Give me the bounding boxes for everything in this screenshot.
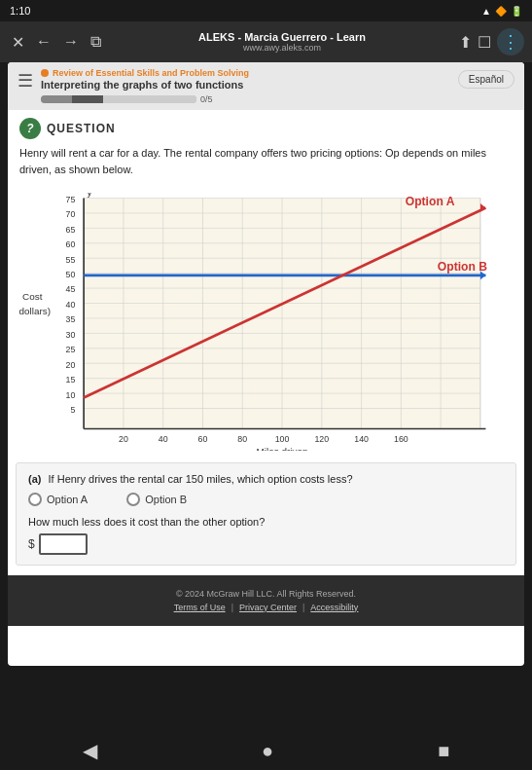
footer: © 2024 McGraw Hill LLC. All Rights Reser…: [8, 575, 524, 626]
more-menu-button[interactable]: ⋮: [497, 28, 524, 55]
footer-sep-1: |: [231, 603, 233, 612]
graph-container: Option B Option A 75 70 65 60 55 50 45 4…: [19, 193, 513, 455]
svg-text:30: 30: [66, 330, 76, 340]
address-bar-area[interactable]: ALEKS - Marcia Guerrero - Learn www.awy.…: [111, 31, 453, 53]
svg-text:40: 40: [159, 434, 168, 444]
svg-text:(in dollars): (in dollars): [19, 306, 51, 316]
svg-text:140: 140: [354, 434, 369, 444]
terms-link[interactable]: Terms of Use: [174, 603, 226, 612]
options-row: Option A Option B: [28, 493, 504, 506]
status-time: 1:10: [10, 5, 30, 17]
progress-empty: [103, 95, 196, 103]
status-dot: [41, 69, 49, 77]
part-a-section: (a) If Henry drives the rental car 150 m…: [16, 462, 516, 566]
svg-text:80: 80: [237, 434, 247, 444]
home-nav-button[interactable]: ●: [262, 740, 273, 762]
footer-sep-2: |: [302, 603, 304, 612]
svg-text:75: 75: [66, 195, 76, 204]
svg-text:40: 40: [66, 300, 76, 310]
espanol-button[interactable]: Español: [458, 70, 514, 89]
option-b-label-text: Option B: [145, 494, 187, 505]
browser-nav-icons: ✕ ← → ⧉: [8, 31, 105, 54]
top-banner: ☰ Review of Essential Skills and Problem…: [8, 62, 524, 110]
option-a-label-text: Option A: [47, 494, 88, 505]
option-b-radio[interactable]: Option B: [126, 493, 187, 506]
banner-text-area: Review of Essential Skills and Problem S…: [41, 68, 450, 104]
svg-text:100: 100: [275, 434, 290, 444]
svg-text:60: 60: [66, 239, 76, 249]
more-dots-icon: ⋮: [502, 31, 519, 53]
battery-icon: 🔋: [511, 6, 522, 17]
svg-text:Cost: Cost: [22, 291, 43, 302]
part-a-question-text: If Henry drives the rental car 150 miles…: [49, 473, 353, 485]
svg-text:20: 20: [66, 360, 76, 370]
svg-text:y: y: [87, 193, 91, 198]
hamburger-icon[interactable]: ☰: [18, 70, 33, 92]
close-icon[interactable]: ✕: [8, 31, 28, 54]
question-text: Henry will rent a car for a day. The ren…: [19, 145, 513, 177]
svg-text:15: 15: [66, 375, 76, 385]
progress-active: [72, 95, 103, 103]
svg-text:10: 10: [66, 390, 76, 400]
recent-nav-button[interactable]: ■: [438, 740, 449, 762]
graph-svg: Option B Option A 75 70 65 60 55 50 45 4…: [19, 193, 513, 451]
svg-text:25: 25: [66, 345, 76, 354]
banner-subtitle: Review of Essential Skills and Problem S…: [53, 68, 249, 78]
svg-text:Miles driven: Miles driven: [257, 446, 308, 451]
accessibility-link[interactable]: Accessibility: [310, 603, 358, 612]
wifi-icon: 🔶: [495, 6, 507, 17]
dollar-sign: $: [28, 537, 35, 551]
privacy-link[interactable]: Privacy Center: [239, 603, 297, 612]
svg-text:45: 45: [66, 284, 76, 294]
svg-text:35: 35: [66, 314, 76, 324]
main-content: Learning Page ☰ Review of Essential Skil…: [8, 62, 524, 666]
svg-text:50: 50: [66, 270, 76, 279]
browser-actions: ⬆ ☐ ⋮: [459, 28, 524, 55]
browser-bar: ✕ ← → ⧉ ALEKS - Marcia Guerrero - Learn …: [0, 21, 532, 62]
answer-input-row: $: [28, 533, 504, 555]
question-icon: ?: [19, 118, 41, 139]
question-section: ? QUESTION Henry will rent a car for a d…: [8, 110, 524, 193]
svg-text:55: 55: [66, 255, 76, 265]
question-header: ? QUESTION: [19, 118, 513, 139]
option-b-radio-circle[interactable]: [126, 493, 140, 506]
progress-done: [41, 95, 72, 103]
option-a-label: Option A: [406, 195, 455, 208]
part-a-label: (a): [28, 473, 41, 485]
footer-links: Terms of Use | Privacy Center | Accessib…: [174, 603, 359, 612]
status-icons: ▲ 🔶 🔋: [481, 6, 522, 17]
share-icon[interactable]: ⬆: [459, 33, 472, 52]
follow-up-question: How much less does it cost than the othe…: [28, 516, 504, 528]
fullscreen-icon[interactable]: ☐: [478, 33, 491, 52]
question-label: QUESTION: [47, 122, 116, 135]
tabs-icon[interactable]: ⧉: [87, 31, 105, 53]
svg-text:70: 70: [66, 209, 76, 219]
svg-text:120: 120: [314, 434, 329, 444]
option-b-label: Option B: [438, 260, 487, 274]
option-a-radio[interactable]: Option A: [28, 493, 88, 506]
svg-text:20: 20: [119, 434, 128, 444]
answer-input-box[interactable]: [39, 533, 88, 555]
back-nav-button[interactable]: ◀: [83, 739, 97, 762]
progress-bar-area: 0/5: [41, 94, 450, 104]
site-title: ALEKS - Marcia Guerrero - Learn: [198, 31, 366, 43]
svg-text:60: 60: [198, 434, 208, 444]
back-icon[interactable]: ←: [32, 31, 55, 53]
status-bar: 1:10 ▲ 🔶 🔋: [0, 0, 532, 21]
part-a-question: (a) If Henry drives the rental car 150 m…: [28, 473, 504, 485]
option-a-radio-circle[interactable]: [28, 493, 42, 506]
progress-label: 0/5: [200, 94, 213, 104]
signal-icon: ▲: [481, 6, 491, 17]
svg-text:5: 5: [70, 405, 75, 415]
svg-text:160: 160: [394, 434, 408, 444]
nav-bar: ◀ ● ■: [0, 731, 532, 770]
footer-copyright: © 2024 McGraw Hill LLC. All Rights Reser…: [176, 589, 356, 599]
svg-text:65: 65: [66, 225, 76, 235]
banner-title: Interpreting the graphs of two functions: [41, 79, 450, 91]
progress-bar: [41, 95, 196, 103]
forward-icon[interactable]: →: [59, 31, 83, 53]
svg-marker-29: [480, 203, 486, 212]
site-url: www.awy.aleks.com: [243, 43, 321, 53]
